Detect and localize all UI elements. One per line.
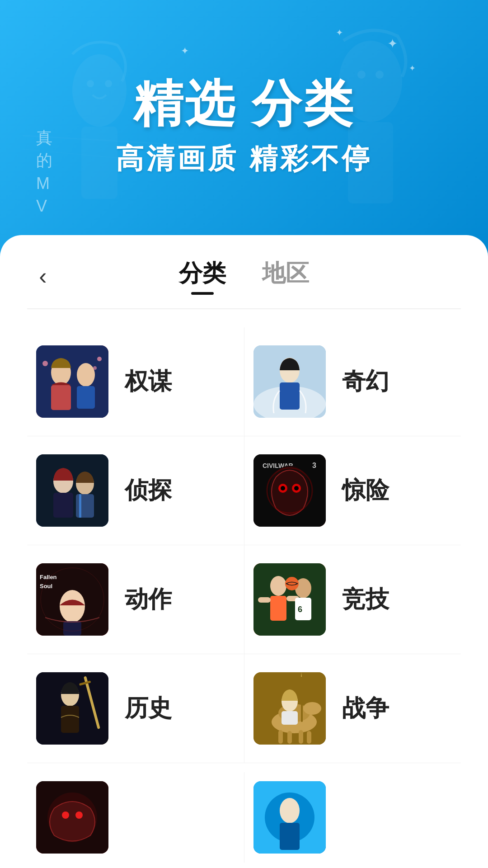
- svg-point-4: [87, 80, 94, 87]
- svg-rect-1: [81, 127, 117, 199]
- category-item-zhanzhen[interactable]: 战争: [244, 654, 461, 763]
- svg-point-35: [294, 486, 299, 491]
- hero-content: 精选 分类 高清画质 精彩不停: [116, 76, 372, 178]
- label-zhanzhen: 战争: [342, 693, 389, 724]
- thumb-jingxian: CIVILWAR 3: [253, 454, 326, 527]
- category-grid: 权谋 奇幻: [27, 327, 461, 863]
- svg-point-16: [97, 357, 102, 361]
- hero-title: 精选 分类: [116, 76, 372, 131]
- svg-point-40: [60, 590, 85, 623]
- star-decoration4: ✦: [181, 45, 189, 57]
- tab-bar: ‹ 分类 地区: [27, 235, 461, 308]
- svg-rect-64: [307, 731, 311, 744]
- svg-text:6: 6: [298, 605, 302, 614]
- hero-section: ✦ ✦ ✦ ✦ 真 的 M V 精选 分类 高清画质 精彩不停: [0, 0, 488, 253]
- svg-rect-21: [280, 382, 300, 410]
- svg-point-15: [42, 361, 48, 366]
- side-decoration-text: 真 的 M V: [36, 127, 52, 218]
- content-card: ‹ 分类 地区: [0, 235, 488, 868]
- hero-subtitle: 高清画质 精彩不停: [116, 140, 372, 178]
- label-jingji: 竞技: [342, 584, 389, 615]
- thumb-quanmou: [36, 345, 108, 418]
- thumb-zhanzhen: [253, 672, 326, 745]
- category-row-3: Fallen Soul 动作: [27, 545, 461, 654]
- svg-point-7: [375, 71, 384, 79]
- category-item-quanmou[interactable]: 权谋: [27, 327, 244, 436]
- svg-text:3: 3: [312, 462, 316, 469]
- label-dongzuo: 动作: [125, 584, 172, 615]
- label-qihuan: 奇幻: [342, 366, 389, 397]
- category-row-1: 权谋 奇幻: [27, 327, 461, 436]
- back-button[interactable]: ‹: [27, 260, 59, 292]
- category-item-zhentan[interactable]: 侦探: [27, 436, 244, 545]
- label-jingxian: 惊险: [342, 475, 389, 506]
- svg-rect-63: [299, 730, 303, 744]
- category-item-bottom-left[interactable]: [27, 772, 244, 863]
- svg-text:Soul: Soul: [40, 583, 52, 590]
- category-item-bottom-right[interactable]: [244, 772, 461, 863]
- svg-point-44: [270, 576, 286, 596]
- svg-point-72: [75, 811, 83, 819]
- svg-rect-62: [287, 731, 292, 744]
- svg-text:Fallen: Fallen: [40, 574, 57, 580]
- svg-rect-24: [53, 493, 73, 518]
- svg-point-17: [93, 366, 97, 370]
- svg-point-13: [77, 363, 95, 387]
- svg-rect-45: [270, 596, 286, 621]
- svg-point-5: [105, 80, 112, 87]
- svg-point-60: [303, 702, 321, 715]
- thumb-bottom2: [253, 781, 326, 854]
- thumb-zhentan: [36, 454, 108, 527]
- star-decoration3: ✦: [409, 63, 416, 73]
- thumb-dongzuo: Fallen Soul: [36, 563, 108, 636]
- label-zhentan: 侦探: [125, 475, 172, 506]
- category-item-lishi[interactable]: 历史: [27, 654, 244, 763]
- tab-divider: [27, 308, 461, 309]
- category-item-jingxian[interactable]: CIVILWAR 3 惊险: [244, 436, 461, 545]
- svg-rect-54: [61, 706, 79, 733]
- label-lishi: 历史: [125, 693, 172, 724]
- star-decoration: ✦: [387, 36, 398, 51]
- svg-rect-10: [36, 345, 108, 418]
- svg-point-34: [281, 486, 285, 491]
- category-row-2: 侦探 CIVILWAR 3: [27, 436, 461, 545]
- thumb-qihuan: [253, 345, 326, 418]
- category-item-qihuan[interactable]: 奇幻: [244, 327, 461, 436]
- category-item-jingji[interactable]: 6 竞技: [244, 545, 461, 654]
- svg-rect-26: [76, 494, 94, 518]
- thumb-lishi: [36, 672, 108, 745]
- svg-point-75: [280, 798, 300, 823]
- svg-rect-12: [51, 385, 71, 410]
- svg-rect-46: [258, 597, 271, 603]
- tab-region[interactable]: 地区: [262, 258, 309, 295]
- svg-rect-61: [278, 730, 283, 744]
- star-decoration2: ✦: [336, 27, 343, 38]
- category-row-partial: [27, 763, 461, 863]
- svg-point-71: [62, 811, 69, 819]
- svg-rect-66: [282, 711, 298, 725]
- hero-title-left: 精选: [133, 75, 236, 131]
- thumb-bottom1: [36, 781, 108, 854]
- svg-point-51: [285, 577, 299, 590]
- hero-title-right: 分类: [252, 75, 355, 131]
- tab-container: 分类 地区: [179, 258, 309, 295]
- svg-rect-27: [79, 494, 81, 518]
- svg-rect-67: [301, 677, 303, 722]
- tab-category[interactable]: 分类: [179, 258, 226, 295]
- category-row-4: 历史: [27, 654, 461, 763]
- thumb-jingji: 6: [253, 563, 326, 636]
- label-quanmou: 权谋: [125, 366, 172, 397]
- category-item-dongzuo[interactable]: Fallen Soul 动作: [27, 545, 244, 654]
- svg-rect-14: [77, 386, 95, 409]
- svg-rect-41: [63, 621, 81, 636]
- svg-rect-76: [280, 823, 300, 850]
